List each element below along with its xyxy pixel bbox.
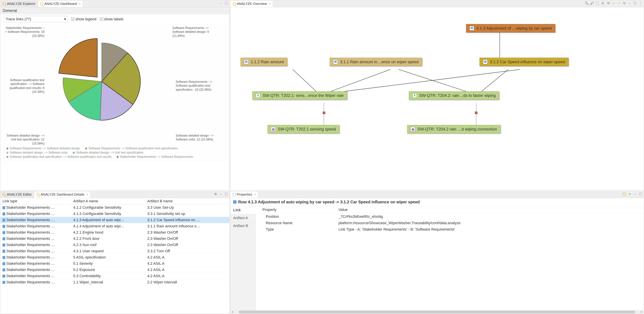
zoom-reset-icon[interactable]: ⟲ — [606, 1, 610, 5]
tab-properties[interactable]: Properties × — [230, 192, 258, 198]
section-general: General — [0, 7, 229, 14]
maximize-icon[interactable] — [224, 1, 228, 5]
svg-line-4 — [480, 69, 508, 93]
zoom-in-icon[interactable]: 🔍 — [584, 1, 588, 5]
document-icon — [2, 275, 5, 278]
node-rain-amount[interactable]: W 1.1.2 Rain amount — [240, 58, 287, 66]
copy-icon[interactable]: ⧉ — [214, 192, 218, 196]
result-icon: ▦ — [271, 127, 275, 131]
property-row[interactable]: TypeLink Type - A: 'Stakeholder Requirem… — [256, 226, 644, 233]
minimize-icon[interactable] — [219, 1, 223, 5]
table-row[interactable]: Stakeholder Requirements …1.1 Wiper_inte… — [0, 279, 229, 286]
node-qtr-t202-1-sensing[interactable]: ▦ SW-QTR: T202.1 sensing speed — [268, 125, 340, 133]
tab-analyze-overview[interactable]: ANALYZE Overview × — [230, 1, 273, 7]
tab-analyze-dashboard-details[interactable]: ANALYZE Dashboard Details × — [34, 192, 90, 198]
prop-tab-link[interactable]: Link — [230, 206, 256, 214]
maximize-icon[interactable] — [633, 1, 637, 5]
close-icon[interactable]: × — [254, 193, 256, 196]
properties-icon — [233, 193, 236, 196]
scroll-left-icon[interactable]: ◂ — [232, 311, 233, 313]
svg-line-2 — [326, 69, 390, 93]
node-qtr-t204-2-conn[interactable]: ▦ SW-QTR: T204.2 rain …d wiping connecti… — [407, 125, 500, 133]
pie-label-sqts-sqtr: Software qualification test specificatio… — [4, 78, 44, 94]
minimize-icon[interactable] — [628, 1, 632, 5]
document-icon — [2, 256, 5, 259]
col-artifact-b[interactable]: Artifact B name — [145, 198, 219, 204]
document-icon — [2, 269, 5, 272]
node-label: SW-QTR: T202.1 sensing speed — [278, 127, 336, 131]
property-row[interactable]: Resource Nameplatform:/resource/Showcase… — [256, 220, 644, 226]
node-qtr-t204-2[interactable]: X SW-QTR: T204.2: rain…ds to faster wipi… — [409, 91, 499, 100]
marker-icon — [475, 111, 478, 114]
tab-label: ANALYZE Dashboard — [44, 2, 77, 6]
table-row[interactable]: Stakeholder Requirements …4.1.3 Adjustme… — [0, 217, 229, 223]
pie-chart: Stakeholder Requirements --> Software Re… — [4, 24, 226, 160]
maximize-icon[interactable] — [638, 192, 642, 196]
forward-icon[interactable]: ⇨ — [617, 1, 621, 5]
col-value: Value — [336, 206, 644, 213]
pin-icon[interactable]: ⎋ — [628, 192, 632, 196]
search-icon[interactable] — [622, 192, 626, 196]
table-row[interactable]: Stakeholder Requirements …4.2.3 Sun roof… — [0, 242, 229, 248]
checkbox-checked-icon: ✓ — [100, 17, 103, 21]
table-row[interactable]: Stakeholder Requirements …4.1.2 Configur… — [0, 205, 229, 211]
checkbox-label: show legend — [76, 17, 96, 21]
document-icon — [2, 250, 5, 253]
document-icon — [2, 262, 5, 265]
col-artifact-a[interactable]: Artifact A name — [71, 198, 145, 204]
document-icon — [2, 225, 5, 228]
tab-analyze-explorer[interactable]: ANALYZE Explorer — [0, 1, 38, 7]
property-row[interactable]: Position_7CrPks3bEeeRlIz_ehxl4g — [256, 213, 644, 220]
node-label: SW-QTR: T204.2: rain…ds to faster wiping — [419, 93, 496, 98]
overview-graph[interactable]: W 4.1.3 Adjustment of …wiping by car spe… — [230, 7, 644, 190]
scrollbar-thumb[interactable] — [239, 311, 635, 313]
close-icon[interactable]: × — [269, 2, 270, 5]
table-row[interactable]: Stakeholder Requirements …5 ASIL-specifi… — [0, 254, 229, 261]
legend-item: Software detailed design --> Software un… — [6, 151, 68, 154]
checkbox-checked-icon: ✓ — [71, 17, 74, 21]
zoom-100-icon[interactable]: ◎ — [601, 1, 605, 5]
tab-analyze-editor[interactable]: ANALYZE Editor — [0, 192, 34, 197]
node-adjustment[interactable]: W 4.1.3 Adjustment of …wiping by car spe… — [466, 24, 555, 32]
table-row[interactable]: Stakeholder Requirements …4.2.2 Front do… — [0, 236, 229, 242]
table-row[interactable]: Stakeholder Requirements …5.2 Exposure4.… — [0, 267, 229, 273]
table-row[interactable]: Stakeholder Requirements …5.1 Severity4.… — [0, 261, 229, 267]
refresh-icon[interactable]: ↻ — [622, 1, 626, 5]
minimize-icon[interactable] — [219, 192, 223, 196]
table-row[interactable]: Stakeholder Requirements …5.3 Controlabi… — [0, 273, 229, 279]
node-car-speed[interactable]: W 3.1.2 Car Speed influence on wiper spe… — [480, 58, 568, 66]
table-row[interactable]: Stakeholder Requirements …4.1.2 Configur… — [0, 211, 229, 217]
maximize-icon[interactable] — [224, 192, 228, 196]
tab-label: ANALYZE Dashboard Details — [40, 193, 84, 196]
zoom-fit-icon[interactable]: ⛶ — [595, 1, 600, 5]
prop-tab-artifact-b[interactable]: Artifact B — [230, 222, 256, 230]
node-qtr-t202-1[interactable]: X SW-QTR: T202.1: sens…ence the Wiper ra… — [252, 91, 347, 100]
show-legend-checkbox[interactable]: ✓ show legend — [71, 17, 96, 21]
col-link-type[interactable]: Link type — [0, 198, 71, 204]
pie-label-sr-sdd: Software Requirements --> Software detai… — [172, 26, 213, 38]
prop-tab-artifact-a[interactable]: Artifact A — [230, 214, 256, 222]
properties-header: Property Value — [256, 206, 644, 213]
node-rain-influence[interactable]: W 3.1.1 Rain amount in…ence on wiper spe… — [330, 58, 422, 66]
tab-analyze-dashboard[interactable]: ANALYZE Dashboard × — [38, 1, 83, 7]
trace-links-dropdown[interactable]: Trace links (77) ▾ — [4, 16, 68, 22]
minimize-icon[interactable] — [633, 192, 637, 196]
back-icon[interactable]: ⇦ — [612, 1, 616, 5]
close-icon[interactable]: × — [79, 2, 80, 5]
scroll-right-icon[interactable]: ▸ — [641, 311, 642, 313]
close-icon[interactable]: × — [86, 193, 88, 196]
magnifier-icon — [3, 2, 6, 5]
marker-icon — [323, 111, 325, 114]
tab-label: ANALYZE Editor — [7, 193, 32, 196]
table-row[interactable]: Stakeholder Requirements …4.2.1 Engine h… — [0, 229, 229, 236]
zoom-out-icon[interactable]: 🔎 — [590, 1, 594, 5]
pie-label-shr-sr: Stakeholder Requirements --> Software Re… — [4, 26, 44, 38]
horizontal-scrollbar[interactable]: ◂ ▸ — [230, 310, 644, 314]
table-row[interactable]: Stakeholder Requirements …4.3.1 User req… — [0, 248, 229, 254]
table-row[interactable]: Stakeholder Requirements …4.1.4 Adjustme… — [0, 223, 229, 229]
pie-label-sr-sqts: Software Requirements --> Software quali… — [176, 80, 216, 92]
legend-item: Stakeholder Requirements --> Software Re… — [117, 155, 193, 159]
document-icon — [2, 212, 5, 215]
show-labels-checkbox[interactable]: ✓ show labels — [100, 17, 124, 21]
menu-icon[interactable]: ⋮ — [638, 1, 642, 5]
